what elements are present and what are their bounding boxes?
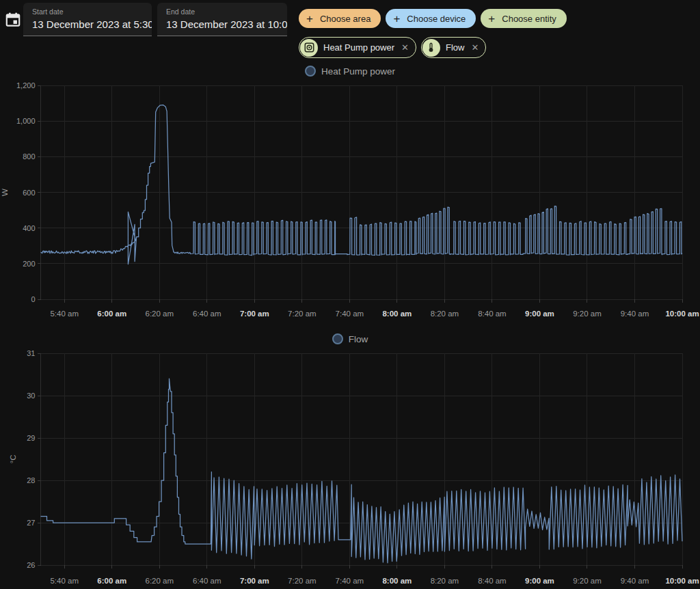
flow-chart[interactable]: 2627282930315:40 am6:00 am6:20 am6:40 am…: [0, 345, 700, 589]
plus-icon: +: [306, 13, 313, 25]
x-axis-labels: 5:40 am6:00 am6:20 am6:40 am7:00 am7:20 …: [50, 310, 699, 318]
y-tick-label: 1,200: [16, 81, 36, 90]
choose-device-button[interactable]: + Choose device: [386, 9, 476, 28]
start-date-value: 13 December 2023 at 5:30 am: [32, 18, 152, 30]
start-date-label: Start date: [32, 8, 152, 16]
x-tick-label: 5:40 am: [50, 577, 79, 585]
x-tick-label: 7:40 am: [336, 310, 364, 318]
calendar-icon-glyph: [4, 11, 22, 29]
end-date-field[interactable]: End date 13 December 2023 at 10:00 am: [157, 3, 287, 36]
y-tick-label: 28: [27, 476, 35, 484]
entity-chip-heat-pump-power[interactable]: Heat Pump power ✕: [299, 37, 416, 58]
entity-chip-label: Flow: [446, 42, 464, 53]
close-icon[interactable]: ✕: [401, 42, 409, 53]
x-tick-label: 6:20 am: [146, 310, 174, 318]
y-axis-unit-label: W: [1, 189, 9, 196]
choose-device-label: Choose device: [407, 14, 466, 24]
legend-label: Heat Pump power: [321, 66, 395, 77]
x-tick-label: 7:20 am: [288, 577, 317, 585]
y-axis-unit-label: °C: [9, 455, 17, 464]
entity-chip-flow[interactable]: Flow ✕: [421, 37, 486, 58]
x-tick-label: 9:20 am: [573, 310, 602, 318]
y-tick-label: 31: [27, 349, 35, 357]
x-tick-label: 9:40 am: [621, 310, 649, 318]
choose-entity-label: Choose entity: [502, 14, 556, 24]
x-tick-label: 6:40 am: [193, 310, 221, 318]
x-tick-label: 7:00 am: [240, 310, 269, 318]
close-icon[interactable]: ✕: [471, 42, 479, 53]
entity-chip-label: Heat Pump power: [323, 42, 394, 53]
x-tick-label: 8:00 am: [382, 577, 412, 585]
legend-label: Flow: [349, 334, 368, 344]
x-tick-label: 8:20 am: [431, 577, 459, 585]
gridlines: [38, 85, 683, 303]
y-tick-label: 29: [27, 434, 35, 442]
x-tick-label: 8:20 am: [431, 310, 459, 318]
x-tick-label: 6:00 am: [97, 577, 126, 585]
x-tick-label: 10:00 am: [665, 310, 699, 318]
x-tick-label: 6:20 am: [146, 577, 174, 585]
x-tick-label: 9:00 am: [525, 310, 554, 318]
y-tick-label: 27: [27, 519, 35, 527]
x-tick-label: 9:40 am: [621, 577, 649, 585]
x-tick-label: 8:40 am: [478, 310, 507, 318]
choose-area-button[interactable]: + Choose area: [299, 9, 381, 28]
choose-area-label: Choose area: [320, 14, 371, 24]
y-axis-labels: 262728293031: [27, 349, 35, 569]
y-tick-label: 600: [23, 189, 35, 197]
end-date-label: End date: [166, 8, 287, 16]
x-tick-label: 5:40 am: [50, 310, 79, 318]
legend-dot: [305, 66, 316, 77]
x-tick-label: 10:00 am: [665, 577, 699, 585]
x-axis-labels: 5:40 am6:00 am6:20 am6:40 am7:00 am7:20 …: [50, 577, 699, 585]
x-tick-label: 6:40 am: [193, 577, 221, 585]
y-axis-labels: 02004006008001,0001,200: [16, 81, 36, 303]
series-line: [41, 379, 683, 563]
plus-icon: +: [393, 13, 400, 25]
legend-flow[interactable]: Flow: [0, 333, 700, 344]
filter-add-chips: + Choose area + Choose device + Choose e…: [299, 9, 567, 28]
y-tick-label: 200: [23, 260, 35, 268]
x-tick-label: 8:00 am: [382, 310, 412, 318]
heat-pump-icon: [300, 39, 318, 57]
legend-dot: [332, 333, 343, 344]
y-tick-label: 30: [27, 392, 35, 400]
thermometer-icon: [422, 39, 440, 57]
selected-entity-chips: Heat Pump power ✕ Flow ✕: [299, 37, 486, 58]
end-date-value: 13 December 2023 at 10:00 am: [166, 18, 287, 30]
choose-entity-button[interactable]: + Choose entity: [481, 9, 566, 28]
heat-pump-power-chart[interactable]: 02004006008001,0001,2005:40 am6:00 am6:2…: [0, 77, 700, 321]
y-tick-label: 400: [23, 224, 35, 232]
x-tick-label: 6:00 am: [97, 310, 126, 318]
calendar-icon[interactable]: [4, 11, 22, 29]
y-tick-label: 1,000: [16, 117, 36, 125]
plus-icon: +: [488, 13, 495, 25]
x-tick-label: 7:40 am: [336, 577, 364, 585]
series-line: [41, 105, 683, 264]
legend-heat-pump-power[interactable]: Heat Pump power: [0, 66, 700, 77]
start-date-field[interactable]: Start date 13 December 2023 at 5:30 am: [23, 3, 152, 36]
y-tick-label: 26: [27, 561, 35, 569]
x-tick-label: 8:40 am: [478, 577, 507, 585]
x-tick-label: 9:00 am: [525, 577, 554, 585]
y-tick-label: 0: [31, 295, 35, 303]
history-page: Start date 13 December 2023 at 5:30 am E…: [0, 0, 700, 589]
x-tick-label: 7:00 am: [240, 577, 269, 585]
x-tick-label: 9:20 am: [573, 577, 602, 585]
x-tick-label: 7:20 am: [288, 310, 317, 318]
y-tick-label: 800: [23, 152, 35, 161]
